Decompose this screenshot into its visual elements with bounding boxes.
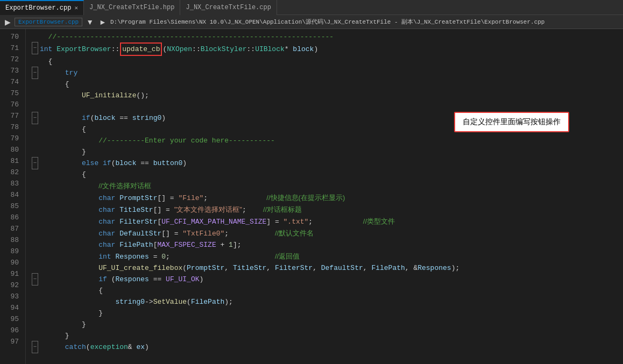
code-line: −int ExportBrowser::update_cb(NXOpen::Bl… [26,42,623,56]
tab-exportbrowser-cpp[interactable]: ExportBrowser.cpp ✕ [0,0,84,15]
fold-gutter [30,251,40,262]
annotation-box: 自定义控件里面编写按钮操作 [454,112,569,132]
code-content: int Respones = 0; //返回值 [40,251,623,262]
fold-gutter [30,135,40,146]
code-content: char TitleStr[] = "文本文件选择对话框"; //对话框标题 [40,204,623,216]
code-line: − catch(exception& ex) [26,341,623,353]
code-line: UF_UI_create_filebox(PromptStr, TitleStr… [26,262,623,274]
code-content: { [40,169,623,180]
fold-gutter[interactable]: − [30,158,40,169]
fold-gutter [30,296,40,308]
code-line: string0->SetValue(FilePath); [26,296,623,308]
tab-bar: ExportBrowser.cpp ✕ J_NX_CreateTxtFile.h… [0,0,623,15]
code-content: } [40,319,623,330]
fold-gutter[interactable]: − [30,112,40,124]
code-content: char FilePath[MAX_FSPEC_SIZE + 1]; [40,239,623,251]
code-content: } [40,146,623,158]
code-content: { [40,56,623,67]
tab-label: ExportBrowser.cpp [5,4,71,12]
code-content: char DefaultStr[] = "TxtFile0"; //默认文件名 [40,227,623,239]
fold-gutter [30,90,40,101]
code-line: } [26,146,623,158]
code-content: char PromptStr[] = "File"; //快捷信息(在提示栏显示… [40,192,623,204]
code-line: { [26,56,623,67]
tab-createtxtfile-hpp[interactable]: J_NX_CreateTxtFile.hpp [84,0,180,15]
close-icon[interactable]: ✕ [74,4,78,11]
fold-gutter [30,56,40,67]
code-area[interactable]: 自定义控件里面编写按钮操作 //------------------------… [26,29,623,364]
fold-gutter [30,285,40,296]
fold-gutter [30,31,40,42]
code-content: if (Respones == UF_UI_OK) [40,274,623,285]
code-content: try [40,67,623,78]
code-line: //---------Enter your code here---------… [26,135,623,146]
fold-gutter [30,78,40,90]
code-content: catch(exception& ex) [40,341,623,353]
fold-gutter [30,204,40,215]
fold-gutter [30,239,40,251]
code-line: { [26,78,623,90]
code-content: else if(block == button0) [40,158,623,169]
back-button[interactable]: ▶ [3,18,12,26]
breadcrumb-path: D:\Program Files\Siemens\NX 10.0\J_NX_OP… [110,18,620,26]
fold-gutter [30,319,40,330]
fold-gutter [30,216,40,227]
fold-gutter [30,262,40,274]
fold-gutter[interactable]: − [30,341,40,353]
code-content: { [40,78,623,90]
code-line: char TitleStr[] = "文本文件选择对话框"; //对话框标题 [26,204,623,216]
tab-label: J_NX_CreateTxtFile.hpp [89,4,174,11]
fold-gutter [30,180,40,191]
code-line: UF_initialize(); [26,90,623,101]
fold-gutter [30,169,40,180]
code-line: } [26,319,623,330]
fold-gutter[interactable]: − [30,67,40,78]
code-line: − try [26,67,623,78]
code-content: char FilterStr[UF_CFI_MAX_PATH_NAME_SIZE… [40,216,623,227]
code-line: char DefaultStr[] = "TxtFile0"; //默认文件名 [26,227,623,239]
code-line: char FilePath[MAX_FSPEC_SIZE + 1]; [26,239,623,251]
code-line: } [26,308,623,319]
code-line: − if (Respones == UF_UI_OK) [26,274,623,285]
code-line: char PromptStr[] = "File"; //快捷信息(在提示栏显示… [26,192,623,204]
tab-label: J_NX_CreateTxtFile.cpp [186,4,271,11]
code-line: int Respones = 0; //返回值 [26,251,623,262]
code-content: { [40,285,623,296]
code-line: char FilterStr[UF_CFI_MAX_PATH_NAME_SIZE… [26,216,623,227]
fold-gutter [30,124,40,135]
editor-container: 7071727374757677787980818283848586878889… [0,29,623,364]
code-content: //--------------------------------------… [40,31,623,42]
code-content: UF_UI_create_filebox(PromptStr, TitleStr… [40,262,623,274]
code-line: //--------------------------------------… [26,31,623,42]
forward-button[interactable]: ▼ [84,18,95,26]
code-line: //文件选择对话框 [26,180,623,192]
fold-gutter [30,308,40,319]
file-selector[interactable]: ExportBrowser.cpp [15,18,82,26]
code-line [26,101,623,112]
code-content: //---------Enter your code here---------… [40,135,623,146]
code-line: { [26,285,623,296]
code-content: //文件选择对话框 [40,180,623,192]
code-line: } [26,330,623,341]
fold-gutter[interactable]: − [30,274,40,285]
fold-gutter [30,330,40,341]
code-content: string0->SetValue(FilePath); [40,296,623,308]
fold-gutter [30,192,40,203]
code-content: UF_initialize(); [40,90,623,101]
code-content: int ExportBrowser::update_cb(NXOpen::Blo… [40,42,623,56]
code-content: } [40,308,623,319]
code-content: } [40,330,623,341]
fold-gutter[interactable]: − [30,42,40,54]
code-line: { [26,169,623,180]
fold-gutter [30,146,40,158]
tab-createtxtfile-cpp[interactable]: J_NX_CreateTxtFile.cpp [180,0,277,15]
line-numbers: 7071727374757677787980818283848586878889… [0,29,26,364]
breadcrumb-bar: ▶ ExportBrowser.cpp ▼ ► D:\Program Files… [0,15,623,29]
fold-gutter [30,227,40,239]
fold-gutter [30,101,40,112]
nav-arrow[interactable]: ► [97,18,108,26]
code-line: − else if(block == button0) [26,158,623,169]
